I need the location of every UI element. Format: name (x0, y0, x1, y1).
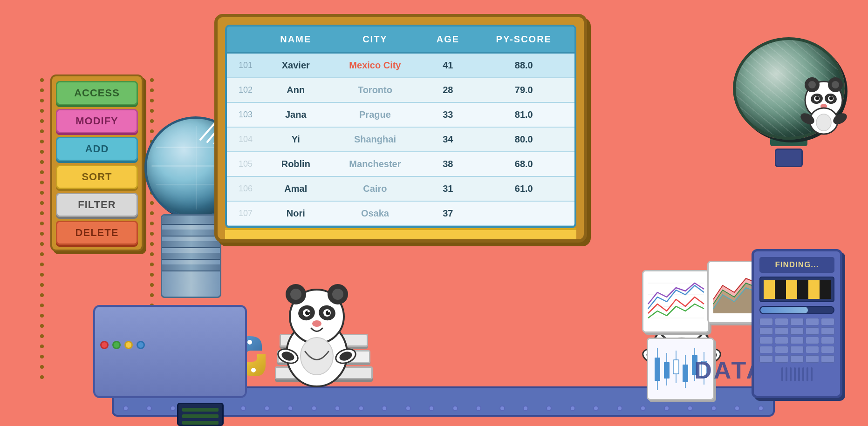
rack-dot (40, 345, 44, 348)
data-table: NAME CITY AGE PY-SCORE 101 Xavier Mexico… (227, 27, 574, 226)
key[interactable] (790, 355, 804, 363)
data-table-board: NAME CITY AGE PY-SCORE 101 Xavier Mexico… (214, 14, 587, 243)
table-cell-name: Amal (264, 176, 328, 201)
machine-button-green[interactable] (112, 341, 121, 349)
rack-dot (40, 293, 44, 297)
table-cell-city: Prague (328, 102, 423, 127)
rack-dot (40, 222, 44, 225)
rack-dot (150, 99, 154, 102)
rack-dot (40, 283, 44, 287)
key[interactable] (775, 355, 788, 363)
key[interactable] (790, 346, 804, 353)
key[interactable] (821, 318, 834, 325)
table-cell-name: Yi (264, 127, 328, 152)
sort-button[interactable]: SORT (56, 165, 138, 189)
finding-display: FINDING... (759, 257, 834, 273)
key[interactable] (821, 355, 834, 363)
key[interactable] (759, 327, 773, 335)
key[interactable] (775, 337, 788, 344)
filter-button[interactable]: FILTER (56, 193, 138, 217)
svg-point-6 (251, 368, 256, 372)
panda-left (275, 275, 359, 391)
key[interactable] (790, 337, 804, 344)
table-cell-id: 105 (227, 152, 264, 176)
board-outer-frame: NAME CITY AGE PY-SCORE 101 Xavier Mexico… (214, 14, 587, 243)
key[interactable] (806, 337, 819, 344)
rack-dot (40, 365, 44, 369)
svg-point-12 (332, 289, 343, 300)
rack-dot (40, 263, 44, 266)
table-cell-score: 79.0 (473, 78, 574, 102)
key[interactable] (821, 346, 834, 353)
machine-button-yellow[interactable] (124, 341, 133, 349)
key[interactable] (806, 318, 819, 325)
key[interactable] (821, 337, 834, 344)
table-row: 101 Xavier Mexico City 41 88.0 (227, 53, 574, 78)
key[interactable] (806, 355, 819, 363)
rack-dot (40, 334, 44, 338)
table-cell-id: 102 (227, 78, 264, 102)
svg-rect-60 (683, 365, 688, 382)
rack-dot (40, 181, 44, 184)
key[interactable] (759, 355, 773, 363)
circuit-chip (177, 403, 224, 426)
key[interactable] (806, 327, 819, 335)
key[interactable] (775, 318, 788, 325)
key[interactable] (790, 318, 804, 325)
key[interactable] (806, 346, 819, 353)
table-cell-score: 61.0 (473, 176, 574, 201)
table-cell-id: 107 (227, 201, 264, 226)
table-cell-age: 38 (423, 152, 473, 176)
machine-button-red[interactable] (100, 341, 109, 349)
table-header-row: NAME CITY AGE PY-SCORE (227, 27, 574, 53)
rack-dot (40, 355, 44, 358)
key[interactable] (821, 327, 834, 335)
key[interactable] (775, 327, 788, 335)
table-cell-id: 101 (227, 53, 264, 78)
rack-dot (40, 170, 44, 174)
board-inner-display: NAME CITY AGE PY-SCORE 101 Xavier Mexico… (225, 25, 576, 228)
rack-dot (40, 109, 44, 113)
rack-dot (40, 99, 44, 102)
table-header-age: AGE (423, 27, 473, 53)
main-scene: ACCESS MODIFY ADD SORT FILTER DELETE (0, 0, 868, 426)
svg-point-82 (816, 114, 831, 131)
table-cell-city: Mexico City (328, 53, 423, 78)
svg-point-26 (301, 338, 333, 375)
svg-rect-58 (673, 360, 679, 374)
rack-dot (40, 375, 44, 379)
rack-dot (40, 273, 44, 277)
modify-button[interactable]: MODIFY (56, 109, 138, 133)
board-bottom-bar (225, 228, 576, 239)
table-cell-name: Jana (264, 102, 328, 127)
rack-dot (150, 88, 154, 92)
table-cell-city: Toronto (328, 78, 423, 102)
rack-dot (150, 78, 154, 82)
svg-point-79 (829, 96, 833, 100)
table-header-name: NAME (264, 27, 328, 53)
key[interactable] (759, 337, 773, 344)
access-button[interactable]: ACCESS (56, 81, 138, 105)
key[interactable] (759, 346, 773, 353)
table-cell-score: 80.0 (473, 127, 574, 152)
finding-machine-body: FINDING... (752, 249, 842, 398)
table-cell-age: 33 (423, 102, 473, 127)
add-button[interactable]: ADD (56, 137, 138, 161)
key[interactable] (790, 327, 804, 335)
machine-button-blue[interactable] (137, 341, 145, 349)
rack-dot (40, 129, 44, 133)
table-cell-id: 104 (227, 127, 264, 152)
right-globe-area (733, 37, 845, 167)
key[interactable] (775, 346, 788, 353)
button-rack-container: ACCESS MODIFY ADD SORT FILTER DELETE (50, 74, 144, 251)
svg-point-78 (815, 96, 819, 100)
cylinder-body (161, 214, 221, 298)
key[interactable] (759, 318, 773, 325)
table-cell-id: 103 (227, 102, 264, 127)
table-cell-score: 68.0 (473, 152, 574, 176)
left-button-rack: ACCESS MODIFY ADD SORT FILTER DELETE (50, 74, 144, 251)
table-header-city: CITY (328, 27, 423, 53)
rack-dot (150, 109, 154, 113)
rack-dot (40, 242, 44, 246)
delete-button[interactable]: DELETE (56, 221, 138, 245)
